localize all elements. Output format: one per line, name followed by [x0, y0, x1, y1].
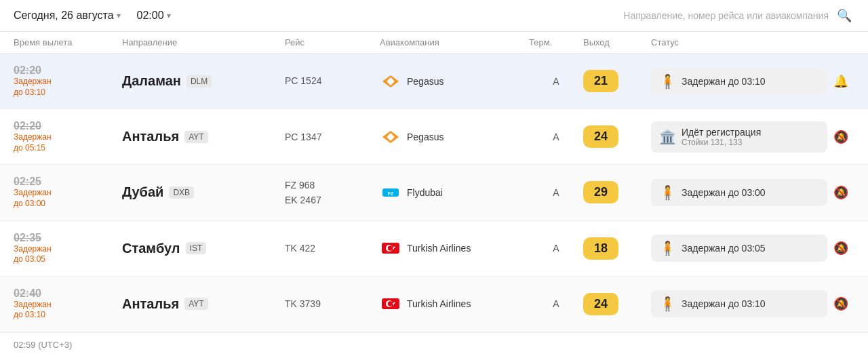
- terminal-cell: A: [529, 132, 583, 142]
- flight-number-cell: PC 1347: [285, 130, 380, 144]
- bell-icon[interactable]: 🔕: [833, 241, 848, 256]
- airline-name: Turkish Airlines: [407, 243, 471, 254]
- bell-cell: 🔔: [827, 74, 854, 89]
- gate-cell: 18: [583, 237, 651, 260]
- col-status: Статус: [651, 37, 827, 47]
- col-gate: Выход: [583, 37, 651, 47]
- status-main-text: Задержан до 03:05: [682, 243, 766, 254]
- destination-name: Дубай: [122, 184, 163, 200]
- airline-cell: Pegasus: [380, 73, 529, 90]
- time-selector[interactable]: 02:00 ▾: [137, 9, 171, 22]
- status-main-text: Идёт регистрация: [682, 127, 761, 138]
- airline-logo: [380, 296, 401, 312]
- flight-number-cell: TK 422: [285, 241, 380, 256]
- gate-badge: 24: [583, 293, 618, 315]
- destination-code: AYT: [184, 298, 208, 310]
- flight-number-cell: TK 3739: [285, 296, 380, 311]
- boarding-icon: 🧍: [659, 184, 676, 201]
- destination-code: IST: [186, 242, 207, 254]
- status-cell: 🧍 Задержан до 03:10: [651, 290, 827, 317]
- airline-name: Pegasus: [407, 76, 443, 87]
- bell-cell: 🔕: [827, 130, 854, 144]
- airline-cell: Pegasus: [380, 129, 529, 145]
- svg-text:FZ: FZ: [388, 191, 394, 196]
- destination-name: Стамбул: [122, 241, 180, 256]
- status-main-text: Задержан до 03:10: [682, 76, 766, 87]
- time-label: 02:00: [137, 9, 164, 22]
- gate-cell: 21: [583, 70, 651, 92]
- search-button[interactable]: 🔍: [834, 7, 854, 24]
- bell-cell: 🔕: [827, 241, 854, 256]
- status-text-wrap: Задержан до 03:00: [682, 187, 766, 198]
- top-bar: Сегодня, 26 августа ▾ 02:00 ▾ Направлени…: [0, 0, 868, 32]
- airline-logo: [380, 129, 401, 145]
- date-selector[interactable]: Сегодня, 26 августа ▾: [14, 9, 121, 22]
- destination-name: Анталья: [122, 129, 179, 144]
- status-sub-text: Стойки 131, 133: [682, 138, 761, 147]
- date-chevron-icon: ▾: [117, 11, 121, 20]
- col-destination: Направление: [122, 37, 285, 47]
- flight-number-cell: FZ 968EK 2467: [285, 178, 380, 208]
- destination-code: AYT: [184, 131, 208, 143]
- table-header: Время вылета Направление Рейс Авиакомпан…: [0, 32, 868, 54]
- col-airline: Авиакомпания: [380, 37, 529, 47]
- bell-icon[interactable]: 🔔: [833, 74, 848, 89]
- terminal-cell: A: [529, 243, 583, 254]
- status-text-wrap: Задержан до 03:05: [682, 243, 766, 254]
- gate-badge: 29: [583, 181, 618, 203]
- time-delay: Задержандо 03:10: [14, 77, 122, 98]
- search-placeholder-text: Направление, номер рейса или авиакомпани…: [623, 10, 829, 21]
- destination-code: DLM: [186, 75, 212, 87]
- boarding-icon: 🧍: [659, 240, 676, 256]
- time-original: 02:20: [14, 120, 122, 132]
- footer-time: 02:59 (UTC+3): [14, 340, 72, 350]
- gate-cell: 24: [583, 125, 651, 148]
- bell-icon[interactable]: 🔕: [833, 130, 848, 144]
- bell-icon[interactable]: 🔕: [833, 185, 848, 200]
- time-cell: 02:20 Задержандо 05:15: [14, 120, 122, 153]
- destination-cell: Даламан DLM: [122, 73, 285, 89]
- col-terminal: Терм.: [529, 37, 583, 47]
- gate-cell: 24: [583, 293, 651, 315]
- terminal-cell: A: [529, 298, 583, 309]
- bell-cell: 🔕: [827, 296, 854, 311]
- search-area: Направление, номер рейса или авиакомпани…: [623, 7, 854, 24]
- time-delay: Задержандо 03:00: [14, 188, 122, 209]
- time-delay: Задержандо 03:05: [14, 244, 122, 265]
- boarding-icon: 🧍: [659, 73, 676, 90]
- time-delay: Задержандо 03:10: [14, 300, 122, 321]
- terminal-cell: A: [529, 76, 583, 87]
- airline-name: Flydubai: [407, 187, 443, 198]
- destination-code: DXB: [169, 186, 194, 199]
- airline-logo: [380, 240, 401, 256]
- bell-icon[interactable]: 🔕: [833, 296, 848, 311]
- airline-cell: Turkish Airlines: [380, 240, 529, 256]
- airline-logo: [380, 73, 401, 90]
- status-text-wrap: Задержан до 03:10: [682, 76, 766, 87]
- time-original: 02:20: [14, 64, 122, 77]
- table-row: 02:35 Задержандо 03:05 Стамбул IST TK 42…: [0, 221, 868, 277]
- time-original: 02:35: [14, 232, 122, 244]
- status-cell: 🧍 Задержан до 03:00: [651, 179, 827, 206]
- destination-cell: Анталья AYT: [122, 129, 285, 144]
- status-text-wrap: Задержан до 03:10: [682, 298, 766, 309]
- time-chevron-icon: ▾: [167, 11, 171, 20]
- gate-cell: 29: [583, 181, 651, 203]
- airline-cell: FZ Flydubai: [380, 184, 529, 201]
- col-departure: Время вылета: [14, 37, 122, 47]
- airline-cell: Turkish Airlines: [380, 296, 529, 312]
- airline-name: Turkish Airlines: [407, 298, 471, 309]
- table-row: 02:40 Задержандо 03:10 Анталья AYT TK 37…: [0, 277, 868, 332]
- flight-number-cell: PC 1524: [285, 73, 380, 88]
- time-original: 02:40: [14, 287, 122, 300]
- table-row: 02:25 Задержандо 03:00 Дубай DXB FZ 968E…: [0, 165, 868, 220]
- gate-badge: 21: [583, 70, 618, 92]
- col-bell: [827, 37, 854, 47]
- time-cell: 02:20 Задержандо 03:10: [14, 64, 122, 98]
- col-flight: Рейс: [285, 37, 380, 47]
- time-original: 02:25: [14, 176, 122, 188]
- destination-name: Даламан: [122, 73, 181, 89]
- airline-name: Pegasus: [407, 132, 443, 142]
- time-cell: 02:25 Задержандо 03:00: [14, 176, 122, 209]
- destination-cell: Анталья AYT: [122, 296, 285, 312]
